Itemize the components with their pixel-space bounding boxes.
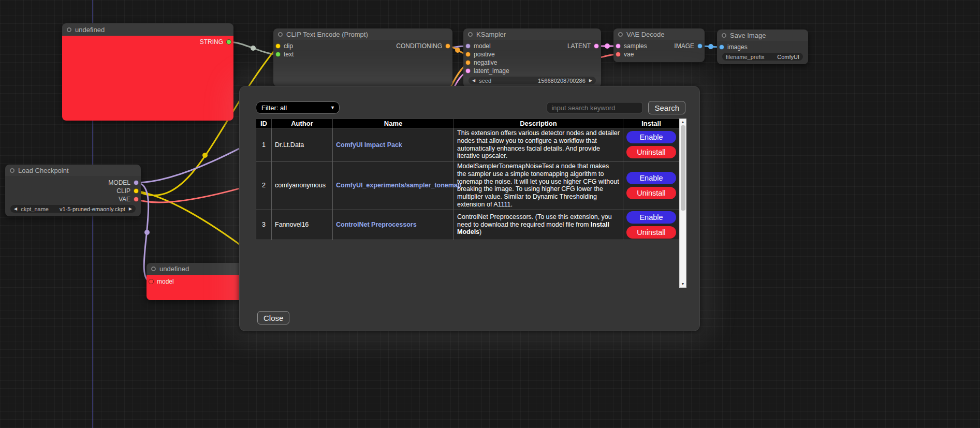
table-header-row: ID Author Name Description Install (256, 119, 680, 128)
link-midpoint-dot (605, 43, 610, 49)
port-label: CLIP (116, 187, 130, 195)
extension-id: 1 (256, 128, 272, 161)
node-header[interactable]: VAE Decode (613, 28, 705, 40)
extension-description: This extension offers various detector n… (454, 128, 623, 161)
uninstall-button[interactable]: Uninstall (626, 146, 676, 158)
scroll-down-icon[interactable]: ▼ (681, 281, 685, 287)
search-group: Search (547, 101, 685, 114)
collapse-dot-icon[interactable] (10, 168, 14, 173)
conditioning-output-port[interactable] (445, 43, 450, 49)
port-label: samples (624, 42, 647, 50)
node-header[interactable]: undefined (62, 23, 233, 36)
extensions-table: ID Author Name Description Install 1 Dr.… (256, 119, 680, 240)
search-input[interactable] (547, 102, 643, 113)
uninstall-button[interactable]: Uninstall (626, 187, 676, 199)
node-undefined-bottom[interactable]: undefined model (147, 263, 248, 300)
model-output-port[interactable] (134, 180, 139, 185)
extensions-table-zone: ID Author Name Description Install 1 Dr.… (256, 119, 685, 288)
collapse-dot-icon[interactable] (278, 32, 283, 37)
enable-button[interactable]: Enable (626, 131, 676, 143)
node-title: undefined (159, 265, 189, 273)
enable-button[interactable]: Enable (626, 172, 676, 184)
node-undefined-top[interactable]: undefined STRING (62, 23, 233, 121)
increment-arrow-icon[interactable]: ▶ (129, 205, 132, 213)
search-button[interactable]: Search (648, 101, 685, 114)
link-midpoint-dot (144, 230, 150, 235)
extension-id: 2 (256, 161, 272, 210)
decrement-arrow-icon[interactable]: ◀ (14, 205, 17, 213)
node-title: Save Image (730, 32, 766, 39)
link-midpoint-dot (455, 48, 460, 53)
port-label: model (474, 42, 491, 50)
port-label: text (284, 51, 294, 58)
filename-prefix-widget[interactable]: filename_prefix ComfyUI (722, 53, 803, 61)
link-midpoint-dot (708, 44, 713, 49)
clip-output-port[interactable] (134, 188, 139, 194)
uninstall-button[interactable]: Uninstall (626, 226, 676, 239)
collapse-dot-icon[interactable] (468, 32, 473, 37)
node-header[interactable]: CLIP Text Encode (Prompt) (273, 28, 452, 40)
positive-input-port[interactable] (465, 52, 471, 57)
extension-link[interactable]: ComfyUI_experiments/sampler_tonemap (336, 182, 461, 189)
scroll-up-icon[interactable]: ▲ (681, 119, 685, 125)
increment-arrow-icon[interactable]: ▶ (589, 77, 592, 84)
dialog-toolbar: Filter: all ▼ Search (256, 101, 685, 114)
latent-image-input-port[interactable] (465, 68, 471, 73)
samples-input-port[interactable] (616, 43, 621, 49)
column-header-id: ID (256, 119, 272, 128)
collapse-dot-icon[interactable] (618, 32, 623, 37)
node-vae-decode[interactable]: VAE Decode samples IMAGE vae (613, 28, 705, 62)
collapse-dot-icon[interactable] (722, 33, 726, 38)
node-ksampler[interactable]: KSampler model LATENT positive negative … (463, 28, 601, 87)
text-input-port[interactable] (275, 52, 281, 57)
latent-output-port[interactable] (594, 43, 599, 49)
vae-output-port[interactable] (134, 197, 139, 202)
node-load-checkpoint[interactable]: Load Checkpoint MODEL CLIP VAE ◀ ckpt_na… (5, 165, 141, 216)
node-header[interactable]: Save Image (717, 29, 808, 41)
ckpt-name-widget[interactable]: ◀ ckpt_name v1-5-pruned-emaonly.ckpt ▶ (10, 205, 136, 213)
link-midpoint-dot (202, 153, 208, 158)
link-midpoint-dot (251, 46, 256, 51)
port-label: CONDITIONING (396, 42, 442, 50)
vae-input-port[interactable] (616, 52, 621, 57)
extension-author: Fannovel16 (272, 210, 333, 240)
images-input-port[interactable] (719, 45, 724, 50)
port-label: LATENT (567, 42, 591, 50)
node-header[interactable]: undefined (147, 263, 248, 275)
port-label: images (727, 43, 748, 51)
filter-select[interactable]: Filter: all (256, 101, 340, 114)
close-button[interactable]: Close (257, 311, 289, 324)
node-clip-text-encode[interactable]: CLIP Text Encode (Prompt) clip CONDITION… (273, 28, 452, 86)
node-title: KSampler (476, 31, 506, 38)
node-graph-canvas[interactable]: undefined STRING CLIP Text Encode (Promp… (0, 0, 980, 428)
extension-link[interactable]: ControlNet Preprocessors (336, 221, 417, 228)
extension-row: 3 Fannovel16 ControlNet Preprocessors Co… (256, 210, 680, 240)
extension-row: 2 comfyanonymous ComfyUI_experiments/sam… (256, 161, 680, 210)
port-label: latent_image (474, 67, 509, 75)
scroll-thumb[interactable] (681, 125, 685, 211)
node-header[interactable]: Load Checkpoint (5, 165, 141, 176)
string-output-port[interactable] (226, 39, 231, 45)
extension-author: Dr.Lt.Data (272, 128, 333, 161)
extension-id: 3 (256, 210, 272, 240)
collapse-dot-icon[interactable] (67, 27, 71, 32)
node-save-image[interactable]: Save Image images filename_prefix ComfyU… (717, 29, 808, 64)
enable-button[interactable]: Enable (626, 211, 676, 224)
column-header-name: Name (333, 119, 454, 128)
negative-input-port[interactable] (465, 60, 471, 65)
node-header[interactable]: KSampler (463, 28, 601, 40)
scrollbar[interactable]: ▲ ▼ (679, 119, 686, 288)
collapse-dot-icon[interactable] (151, 267, 156, 271)
widget-value: v1-5-pruned-emaonly.ckpt (60, 206, 125, 212)
port-label: MODEL (108, 179, 130, 186)
decrement-arrow-icon[interactable]: ◀ (472, 77, 475, 84)
model-input-port[interactable] (465, 43, 471, 49)
seed-widget[interactable]: ◀ seed 156680208700286 ▶ (469, 77, 596, 84)
image-output-port[interactable] (697, 43, 703, 49)
extension-description: ControlNet Preprocessors. (To use this e… (454, 210, 623, 240)
port-label: vae (624, 51, 634, 58)
port-label: STRING (200, 38, 223, 46)
extension-link[interactable]: ComfyUI Impact Pack (336, 141, 402, 149)
model-input-port[interactable] (149, 279, 154, 284)
clip-input-port[interactable] (275, 43, 281, 49)
